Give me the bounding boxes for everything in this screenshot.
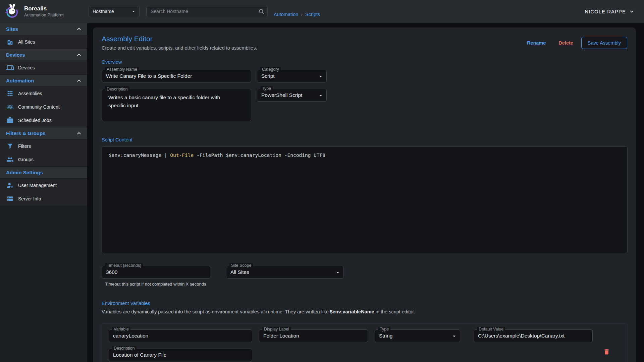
brand-header: Borealis Automation Platform [0, 0, 87, 23]
env-var-syntax-example: $env:variableName [330, 309, 374, 314]
assembly-name-label: Assembly Name [105, 67, 139, 72]
script-code-editor[interactable]: $env:canaryMessage | Out-File -FilePath … [102, 146, 628, 253]
sidebar-item-label: User Management [18, 183, 57, 188]
dropdown-caret-icon [334, 269, 341, 276]
variable-field[interactable]: Variable canaryLocation [109, 329, 252, 342]
panel-header-text: Assembly Editor Create and edit variable… [102, 35, 257, 51]
description-label: Description [105, 86, 129, 93]
chevron-up-icon [76, 26, 82, 32]
sidebar-item-community-content[interactable]: Community Content [0, 100, 87, 114]
rename-button[interactable]: Rename [522, 38, 550, 48]
sidebar-item-devices[interactable]: Devices [0, 61, 87, 74]
sidebar-section-label: Sites [6, 26, 18, 32]
overview-row-1: Assembly Name Write Canary File to a Spe… [102, 70, 627, 82]
building-icon [6, 38, 14, 46]
sidebar-item-all-sites[interactable]: All Sites [0, 35, 87, 49]
briefcase-icon [6, 117, 14, 124]
assembly-name-field[interactable]: Assembly Name Write Canary File to a Spe… [102, 70, 251, 82]
brand-subtitle: Automation Platform [24, 12, 64, 17]
description-value: Writes a basic canary file to a specific… [108, 94, 232, 110]
sidebar-item-label: Devices [18, 65, 35, 70]
overview-row-2: Description Writes a basic canary file t… [102, 89, 627, 121]
search-icon [258, 8, 265, 15]
sidebar-item-label: Scheduled Jobs [18, 118, 52, 123]
sidebar-item-scheduled-jobs[interactable]: Scheduled Jobs [0, 114, 87, 127]
var-description-field[interactable]: Description Location of Canary File [109, 349, 252, 361]
category-label: Category [260, 67, 281, 72]
delete-button[interactable]: Delete [554, 38, 578, 48]
sidebar-item-label: Assemblies [18, 91, 42, 96]
devices-icon [6, 64, 14, 71]
save-assembly-button[interactable]: Save Assembly [581, 37, 627, 49]
dropdown-caret-icon [451, 333, 458, 340]
var-type-value: String [379, 333, 393, 339]
main-content: Assembly Editor Create and edit variable… [87, 23, 644, 362]
var-description-value: Location of Canary File [113, 352, 166, 358]
overview-section-label: Overview [102, 59, 627, 65]
var-type-label: Type [378, 327, 390, 331]
default-value-label: Default Value [477, 327, 505, 331]
borealis-rabbit-logo [3, 3, 21, 20]
timeout-field[interactable]: Timeout (seconds) 3600 [102, 266, 210, 279]
breadcrumb-automation[interactable]: Automation [274, 12, 298, 17]
hostname-select[interactable]: Hostname [89, 6, 140, 17]
header-actions: Rename Delete Save Assembly [522, 37, 627, 49]
trash-icon [603, 348, 610, 355]
user-menu[interactable]: NICOLE RAPPE [585, 9, 635, 14]
env-vars-section-label: Environment Variables [102, 301, 627, 306]
sidebar-section-automation[interactable]: Automation [0, 74, 87, 87]
sidebar-item-filters[interactable]: Filters [0, 139, 87, 153]
sidebar-section-admin-settings[interactable]: Admin Settings [0, 166, 87, 179]
chevron-up-icon [76, 78, 82, 83]
env-var-row: Variable canaryLocation Display Label Fo… [102, 323, 627, 362]
page-subtitle: Create and edit variables, scripts, and … [102, 45, 257, 51]
dropdown-caret-icon [317, 92, 324, 99]
display-label-label: Display Label [262, 327, 291, 331]
site-scope-label: Site Scope [229, 263, 253, 268]
hostname-select-value: Hostname [93, 9, 114, 14]
site-scope-select[interactable]: Site Scope All Sites [226, 266, 344, 279]
hostname-searchbox [146, 6, 268, 17]
sidebar-section-sites[interactable]: Sites [0, 23, 87, 35]
page-title: Assembly Editor [102, 35, 257, 43]
type-label: Type [260, 86, 273, 91]
category-select[interactable]: Category Script [257, 70, 327, 82]
sidebar-section-filters-groups[interactable]: Filters & Groups [0, 127, 87, 139]
sidebar-section-label: Devices [6, 52, 25, 58]
default-value-field[interactable]: Default Value C:\Users\example\Desktop\C… [474, 329, 593, 342]
breadcrumb-scripts[interactable]: Scripts [305, 12, 320, 17]
sidebar-item-label: All Sites [18, 39, 35, 45]
user-name: NICOLE RAPPE [585, 9, 626, 14]
panel-header: Assembly Editor Create and edit variable… [102, 35, 627, 51]
chevron-down-icon [629, 9, 635, 14]
sidebar-item-assemblies[interactable]: Assemblies [0, 87, 87, 100]
description-field[interactable]: Description Writes a basic canary file t… [102, 89, 251, 121]
sidebar: Sites All Sites Devices Devices Automati… [0, 23, 87, 362]
delete-variable-button[interactable] [602, 348, 611, 357]
assembly-editor-panel: Assembly Editor Create and edit variable… [93, 27, 636, 362]
display-label-value: Folder Location [263, 333, 299, 339]
topbar: Hostname Automation › Scripts NICOLE RAP… [87, 0, 644, 23]
dropdown-caret-icon [131, 9, 136, 14]
sidebar-item-user-management[interactable]: User Management [0, 179, 87, 192]
sidebar-item-label: Community Content [18, 104, 60, 110]
var-type-select[interactable]: Type String [375, 329, 460, 342]
display-label-field[interactable]: Display Label Folder Location [259, 329, 368, 342]
timeout-row: Timeout (seconds) 3600 Timeout this scri… [102, 266, 627, 287]
timeout-value: 3600 [106, 269, 117, 275]
env-var-row-1: Variable canaryLocation Display Label Fo… [109, 329, 620, 342]
sidebar-item-groups[interactable]: Groups [0, 153, 87, 166]
sidebar-section-devices[interactable]: Devices [0, 49, 87, 61]
sidebar-item-server-info[interactable]: Server Info [0, 192, 87, 205]
type-select[interactable]: Type PowerShell Script [257, 89, 327, 102]
var-description-label: Description [112, 346, 137, 351]
sidebar-item-label: Groups [18, 157, 34, 162]
sidebar-section-label: Automation [6, 78, 34, 83]
chevron-up-icon [76, 130, 82, 136]
search-input[interactable] [146, 6, 268, 17]
timeout-helper-text: Timeout this script if not completed wit… [105, 282, 210, 287]
timeout-label: Timeout (seconds) [105, 263, 143, 268]
app-root: Borealis Automation Platform Hostname Au… [0, 0, 644, 362]
groups-icon [6, 156, 14, 163]
breadcrumb-separator: › [301, 12, 303, 17]
